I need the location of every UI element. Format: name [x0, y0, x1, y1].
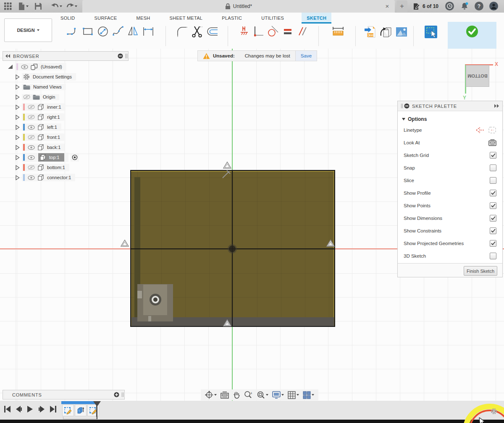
undo-caret[interactable] — [60, 5, 62, 7]
undo-icon[interactable] — [50, 2, 60, 11]
viewports-icon[interactable] — [303, 391, 314, 399]
expand-caret-icon[interactable] — [15, 84, 20, 90]
dimension-tool-icon[interactable] — [142, 25, 155, 38]
browser-item-top-1[interactable]: top:1 — [0, 153, 134, 162]
insert-canvas-icon[interactable] — [395, 26, 408, 38]
checkbox-show-projected-geometries[interactable] — [490, 240, 496, 247]
expand-caret-icon[interactable] — [15, 125, 20, 130]
tab-surface[interactable]: SURFACE — [93, 13, 119, 24]
expand-caret-icon[interactable] — [15, 175, 20, 180]
help-icon[interactable]: ? — [475, 2, 483, 10]
close-tab-icon[interactable]: × — [383, 2, 391, 10]
visibility-off-icon[interactable] — [28, 135, 35, 140]
checkbox-3d-sketch[interactable] — [490, 253, 496, 259]
visibility-on-icon[interactable] — [28, 155, 35, 160]
collapse-left-icon[interactable] — [5, 54, 10, 58]
play-icon[interactable] — [27, 406, 33, 413]
browser-row-box[interactable]: front:1 — [22, 133, 64, 141]
zoom-icon[interactable]: ± — [244, 391, 253, 399]
visibility-on-icon[interactable] — [21, 65, 28, 69]
tab-mesh[interactable]: MESH — [135, 13, 152, 24]
select-tool-icon[interactable] — [424, 25, 438, 39]
activate-component-icon[interactable] — [72, 154, 78, 160]
pan-icon[interactable] — [233, 391, 240, 399]
measure-tool-icon[interactable] — [331, 25, 345, 38]
fillet-tool-icon[interactable] — [176, 25, 188, 38]
display-caret[interactable] — [281, 394, 284, 396]
browser-item-back-1[interactable]: back:1 — [0, 143, 134, 152]
expand-caret-icon[interactable] — [15, 104, 20, 110]
parallel-constraint-icon[interactable] — [296, 25, 309, 38]
trim-tool-icon[interactable] — [191, 25, 203, 38]
origin-point[interactable] — [229, 245, 236, 252]
checkbox-snap[interactable] — [490, 164, 496, 171]
look-at-icon[interactable] — [220, 392, 229, 399]
timeline-feature-extrude-2[interactable] — [75, 405, 87, 416]
equal-constraint-icon[interactable] — [282, 25, 294, 38]
checkbox-show-profile[interactable] — [490, 190, 496, 196]
orbit-icon[interactable] — [205, 391, 217, 399]
options-section-header[interactable]: Options — [402, 116, 502, 122]
expand-caret-icon[interactable] — [15, 94, 20, 100]
grid-settings-icon[interactable] — [288, 391, 299, 399]
browser-item--unsaved-[interactable]: (Unsaved) — [0, 62, 134, 71]
tangent-constraint-icon[interactable] — [267, 25, 279, 38]
browser-row-box[interactable]: Origin — [22, 94, 59, 100]
tab-solid[interactable]: SOLID — [59, 13, 77, 24]
comments-header[interactable]: COMMENTS — [3, 390, 125, 400]
palette-grip[interactable] — [401, 104, 402, 108]
centerline-linetype-icon[interactable] — [488, 126, 496, 134]
browser-item-left-1[interactable]: left:1 — [0, 123, 134, 132]
orbit-caret[interactable] — [214, 394, 217, 396]
rectangle-tool-icon[interactable] — [81, 25, 94, 38]
selected-item-box[interactable]: top:1 — [38, 153, 64, 162]
redo-icon[interactable] — [66, 2, 75, 11]
look-at-icon[interactable] — [488, 139, 496, 146]
browser-item-origin[interactable]: Origin — [0, 92, 134, 102]
offset-tool-icon[interactable] — [206, 25, 219, 38]
step-back-icon[interactable] — [16, 406, 22, 413]
visibility-on-icon[interactable] — [28, 175, 35, 180]
browser-row-box[interactable]: Named Views — [22, 84, 66, 90]
expand-caret-icon[interactable] — [15, 135, 20, 140]
file-menu-caret[interactable] — [26, 5, 29, 7]
browser-item-inner-1[interactable]: inner:1 — [0, 102, 134, 112]
grid-caret[interactable] — [297, 394, 299, 396]
app-grid-icon[interactable] — [3, 2, 13, 11]
visibility-on-icon[interactable] — [28, 125, 35, 130]
job-status[interactable]: 6 of 10 — [413, 0, 438, 13]
checkbox-show-dimensions[interactable] — [490, 215, 496, 222]
collapse-right-icon[interactable] — [494, 104, 499, 108]
notifications-bell-icon[interactable] — [460, 2, 469, 10]
finish-sketch-button[interactable]: Finish Sketch — [464, 266, 497, 276]
fit-caret[interactable] — [266, 394, 268, 396]
fix-constraint-icon[interactable] — [239, 25, 250, 38]
checkbox-show-constraints[interactable] — [490, 227, 496, 234]
tab-sheet-metal[interactable]: SHEET METAL — [168, 13, 205, 24]
connector-body[interactable] — [137, 284, 173, 321]
redo-caret[interactable] — [75, 5, 77, 7]
fit-icon[interactable] — [257, 391, 268, 399]
browser-row-box[interactable]: (Unsaved) — [15, 63, 66, 70]
tab-sketch[interactable]: SKETCH — [302, 13, 331, 24]
construction-linetype-icon[interactable] — [475, 126, 485, 134]
tab-plastic[interactable]: PLASTIC — [220, 13, 244, 24]
sketch-palette-header[interactable]: SKETCH PALETTE — [398, 101, 502, 111]
browser-row-box[interactable]: connector:1 — [22, 174, 75, 181]
browser-item-named-views[interactable]: Named Views — [0, 82, 134, 91]
checkbox-sketch-grid[interactable] — [490, 152, 496, 159]
finish-sketch-icon[interactable] — [465, 24, 479, 39]
circle-tool-icon[interactable] — [97, 25, 109, 38]
vertical-horizontal-constraint-icon[interactable] — [252, 25, 264, 38]
browser-grip[interactable] — [126, 54, 126, 58]
visibility-on-icon[interactable] — [28, 145, 35, 150]
checkbox-slice[interactable] — [490, 177, 496, 184]
browser-row-box[interactable]: bottom:1 — [22, 164, 69, 171]
browser-item-connector-1[interactable]: connector:1 — [0, 173, 134, 182]
browser-item-right-1[interactable]: right:1 — [0, 112, 134, 122]
activate-box[interactable] — [71, 153, 79, 162]
expand-caret-icon[interactable] — [15, 165, 20, 170]
browser-header[interactable]: BROWSER — [3, 51, 129, 61]
palette-collapse-icon[interactable] — [404, 103, 410, 109]
browser-collapse-icon[interactable] — [118, 53, 123, 59]
